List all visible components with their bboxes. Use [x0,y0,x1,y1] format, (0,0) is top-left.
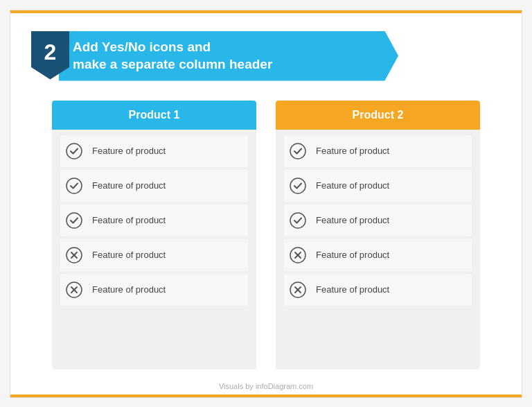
product1-header: Product 1 [52,101,256,130]
list-item: Feature of product [284,135,472,167]
svg-point-9 [290,144,305,159]
cross-icon [288,245,308,265]
check-icon [288,176,308,196]
svg-point-0 [66,144,82,159]
list-item: Feature of product [284,170,472,202]
check-icon [64,211,84,230]
product1-feature-list: Feature of product Feature of product [52,130,256,314]
feature-text: Feature of product [316,250,389,260]
list-item: Feature of product [284,205,472,236]
feature-text: Feature of product [92,180,166,191]
product2-feature-list: Feature of product Feature of product [276,130,480,314]
feature-text: Feature of product [92,146,166,156]
slide: 2 Add Yes/No icons and make a separate c… [10,10,522,398]
svg-point-2 [66,213,82,228]
svg-point-1 [66,178,82,193]
list-item: Feature of product [60,205,248,236]
list-item: Feature of product [60,274,248,306]
list-item: Feature of product [284,274,472,306]
product2-column: Product 2 Feature of product [276,101,480,370]
check-icon [288,141,308,161]
feature-text: Feature of product [92,215,166,225]
product2-header: Product 2 [276,101,480,130]
feature-text: Feature of product [316,215,389,225]
step-number: 2 [44,40,57,65]
svg-point-11 [290,213,305,228]
feature-text: Feature of product [92,250,166,260]
content-area: Product 1 Feature of product [52,101,480,370]
cross-icon [64,280,84,300]
footer: Visuals by infoDiagram.com [10,382,522,390]
header-text: Add Yes/No icons and make a separate col… [73,39,272,73]
feature-text: Feature of product [92,284,166,295]
list-item: Feature of product [60,135,248,167]
feature-text: Feature of product [316,284,389,295]
check-icon [64,176,84,196]
check-icon [288,211,308,230]
list-item: Feature of product [284,239,472,271]
check-icon [64,141,84,161]
svg-point-10 [290,178,305,193]
header-banner: Add Yes/No icons and make a separate col… [59,31,398,81]
feature-text: Feature of product [316,180,389,191]
feature-text: Feature of product [316,146,389,156]
list-item: Feature of product [60,239,248,271]
list-item: Feature of product [60,170,248,202]
cross-icon [64,245,84,265]
cross-icon [288,280,308,300]
product1-column: Product 1 Feature of product [52,101,256,370]
